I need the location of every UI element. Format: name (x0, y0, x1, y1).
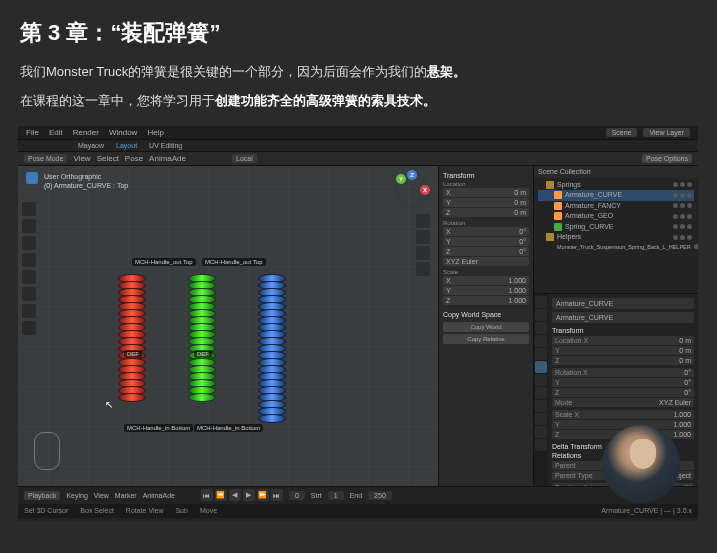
menu-edit[interactable]: Edit (49, 128, 63, 137)
hdr-view[interactable]: View (73, 154, 90, 163)
tl-marker[interactable]: Marker (115, 492, 137, 499)
prop-loc-z[interactable]: Z0 m (552, 356, 694, 365)
orientation[interactable]: Local (232, 154, 257, 163)
menu-help[interactable]: Help (147, 128, 163, 137)
prop-tab-world[interactable] (535, 348, 547, 360)
menu-render[interactable]: Render (73, 128, 99, 137)
spring-green[interactable]: MCH-Handle_out Top DEF MCH-Handle_in Bot… (188, 276, 216, 426)
tool-transform[interactable] (22, 287, 36, 301)
out-armature-fancy[interactable]: Armature_FANCY (538, 201, 694, 212)
mode-selector[interactable]: Pose Mode (24, 154, 67, 163)
menu-window[interactable]: Window (109, 128, 137, 137)
tab-layout[interactable]: Layout (116, 142, 137, 149)
prop-loc-x[interactable]: Location X0 m (552, 336, 694, 345)
prop-scale-y[interactable]: Y1.000 (552, 420, 694, 429)
tab-mayaow[interactable]: Mayaow (78, 142, 104, 149)
tl-play[interactable]: ▶ (243, 489, 255, 501)
prop-rot-y[interactable]: Y0° (552, 378, 694, 387)
prop-tab-render[interactable] (535, 296, 547, 308)
prop-tab-scene[interactable] (535, 335, 547, 347)
np-rot-x[interactable]: X0° (443, 227, 529, 236)
np-loc-z[interactable]: Z0 m (443, 208, 529, 217)
out-armature-curve[interactable]: Armature_CURVE (538, 190, 694, 201)
out-armature-geo[interactable]: Armature_GEO (538, 211, 694, 222)
nav-pan[interactable] (416, 230, 430, 244)
spring-blue[interactable] (258, 276, 286, 446)
status-rotate: Rotate View (126, 507, 164, 514)
tool-select[interactable] (22, 219, 36, 233)
tool-scale[interactable] (22, 270, 36, 284)
tool-cursor[interactable] (22, 202, 36, 216)
tab-uv[interactable]: UV Editing (149, 142, 182, 149)
prop-transform-title: Transform (552, 326, 694, 335)
tl-jump-start[interactable]: ⏮ (201, 489, 213, 501)
prop-tab-bone[interactable] (535, 439, 547, 451)
tl-start-frame[interactable]: 1 (328, 491, 344, 500)
np-rot-y[interactable]: Y0° (443, 237, 529, 246)
nav-camera[interactable] (416, 246, 430, 260)
viewlayer-selector[interactable]: View Layer (643, 128, 690, 137)
copy-relative-button[interactable]: Copy Relative (443, 334, 529, 344)
viewport-3d[interactable]: User Orthographic (0) Armature_CURVE : T… (18, 166, 438, 486)
np-rot-z[interactable]: Z0° (443, 247, 529, 256)
hdr-select[interactable]: Select (97, 154, 119, 163)
tl-jump-end[interactable]: ⏭ (271, 489, 283, 501)
tl-playback[interactable]: Playback (24, 491, 60, 500)
axis-z[interactable]: Z (407, 170, 417, 180)
spring-red[interactable]: MCH-Handle_out Top DEF MCH-Handle_in Bot… (118, 276, 146, 426)
axis-x[interactable]: X (420, 185, 430, 195)
tl-end-frame[interactable]: 250 (368, 491, 392, 500)
tool-move[interactable] (22, 236, 36, 250)
tl-next-key[interactable]: ⏩ (257, 489, 269, 501)
tool-annotate[interactable] (22, 304, 36, 318)
nav-persp[interactable] (416, 262, 430, 276)
prop-breadcrumb[interactable]: Armature_CURVE (552, 298, 694, 309)
hdr-pose[interactable]: Pose (125, 154, 143, 163)
np-euler[interactable]: XYZ Euler (443, 257, 529, 266)
statusbar: Set 3D Cursor Box Select Rotate View Sub… (18, 504, 698, 518)
axis-y[interactable]: Y (396, 174, 406, 184)
prop-tab-output[interactable] (535, 309, 547, 321)
out-helper-item[interactable]: Monster_Truck_Suspension_Spring_Back_L_H… (538, 243, 694, 251)
hdr-animate[interactable]: AnimaAde (149, 154, 186, 163)
np-scale-x[interactable]: X1.000 (443, 276, 529, 285)
tl-view[interactable]: View (94, 492, 109, 499)
tl-animate[interactable]: AnimaAde (143, 492, 175, 499)
prop-loc-y[interactable]: Y0 m (552, 346, 694, 355)
prop-tab-physics[interactable] (535, 400, 547, 412)
prop-mode[interactable]: ModeXYZ Euler (552, 398, 694, 407)
page-desc-2: 在课程的这一章中，您将学习用于创建功能齐全的高级弹簧的索具技术。 (0, 87, 717, 116)
copy-world-button[interactable]: Copy World (443, 322, 529, 332)
outliner-header: Scene Collection (534, 166, 698, 178)
prop-tab-particle[interactable] (535, 387, 547, 399)
np-scale-z[interactable]: Z1.000 (443, 296, 529, 305)
prop-tab-view[interactable] (535, 322, 547, 334)
np-loc-y[interactable]: Y0 m (443, 198, 529, 207)
nav-gizmo[interactable]: X Y Z (394, 172, 430, 208)
menu-file[interactable]: File (26, 128, 39, 137)
prop-tab-data[interactable] (535, 426, 547, 438)
prop-scale-x[interactable]: Scale X1.000 (552, 410, 694, 419)
out-helpers[interactable]: Helpers (538, 232, 694, 243)
pose-options[interactable]: Pose Options (642, 154, 692, 163)
tl-current-frame[interactable]: 0 (289, 491, 305, 500)
tl-prev-key[interactable]: ⏪ (215, 489, 227, 501)
status-version: Armature_CURVE | — | 3.0.x (601, 507, 692, 514)
np-scale-y[interactable]: Y1.000 (443, 286, 529, 295)
mouse-hint-icon (34, 432, 60, 470)
prop-rot-x[interactable]: Rotation X0° (552, 368, 694, 377)
prop-tab-constraint[interactable] (535, 413, 547, 425)
prop-tab-modifier[interactable] (535, 374, 547, 386)
scene-selector[interactable]: Scene (606, 128, 638, 137)
prop-rot-z[interactable]: Z0° (552, 388, 694, 397)
np-loc-x[interactable]: X0 m (443, 188, 529, 197)
prop-name-field[interactable]: Armature_CURVE (552, 312, 694, 323)
tl-play-rev[interactable]: ◀ (229, 489, 241, 501)
out-springs[interactable]: Springs (538, 180, 694, 191)
tl-keying[interactable]: Keying (66, 492, 87, 499)
tool-rotate[interactable] (22, 253, 36, 267)
nav-zoom[interactable] (416, 214, 430, 228)
out-spring-curve[interactable]: Spring_CURVE (538, 222, 694, 233)
prop-tab-object[interactable] (535, 361, 547, 373)
tool-measure[interactable] (22, 321, 36, 335)
